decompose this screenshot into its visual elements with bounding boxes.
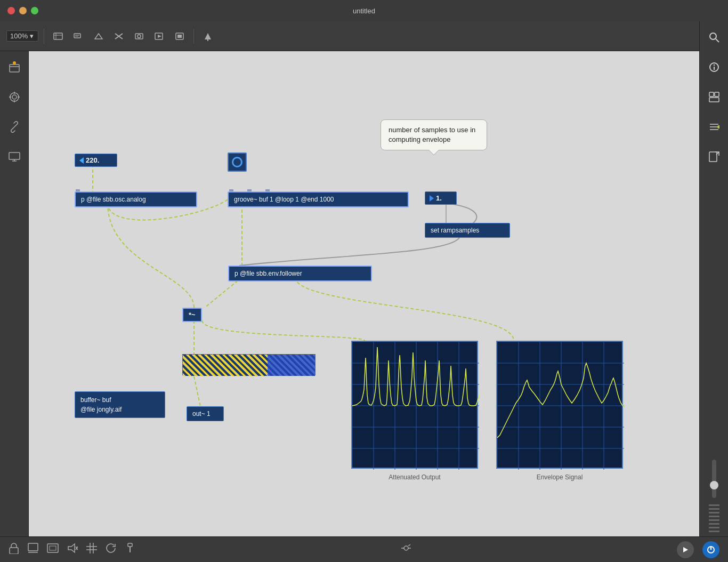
svg-line-95 <box>408 544 410 546</box>
svg-rect-0 <box>54 33 62 39</box>
layout-icon[interactable] <box>705 87 724 107</box>
buffer-label: buffer~ buf@file jongly.aif <box>80 396 122 413</box>
attenuated-output-waveform <box>352 342 479 470</box>
lock-icon[interactable] <box>9 542 19 557</box>
mute-bottom-icon[interactable] <box>67 543 78 556</box>
minimize-button[interactable] <box>19 7 27 14</box>
window-controls[interactable] <box>7 7 38 14</box>
toggle-object[interactable] <box>228 152 247 172</box>
svg-rect-14 <box>177 35 182 38</box>
hammer-icon[interactable] <box>125 543 135 556</box>
set-rampsamples-label: set rampsamples <box>431 227 479 234</box>
svg-point-75 <box>717 125 719 129</box>
delete-tool-button[interactable] <box>110 28 127 45</box>
comment-tool-button[interactable] <box>70 28 87 45</box>
object-tool-button[interactable] <box>90 28 107 45</box>
refresh-bottom-icon[interactable] <box>106 543 116 556</box>
select-tool-icon <box>53 33 63 40</box>
svg-point-20 <box>10 93 19 101</box>
window-title: untitled <box>353 7 375 15</box>
close-button[interactable] <box>7 7 15 14</box>
target-icon[interactable] <box>5 87 24 107</box>
volume-slider-track[interactable] <box>712 460 716 498</box>
svg-point-19 <box>13 61 16 65</box>
list-icon[interactable] <box>705 117 724 137</box>
p-osc-analog-label: p @file sbb.osc.analog <box>81 196 146 203</box>
record-button[interactable] <box>131 28 148 45</box>
export-icon[interactable] <box>705 147 724 166</box>
svg-marker-96 <box>683 547 688 552</box>
search-icon[interactable] <box>705 28 724 47</box>
svg-point-10 <box>137 35 141 38</box>
maximize-button[interactable] <box>31 7 38 14</box>
svg-rect-82 <box>50 546 56 550</box>
cursor-bottom-icon[interactable] <box>28 543 38 556</box>
svg-point-64 <box>710 33 716 39</box>
p-env-follower-object[interactable]: p @file sbb.env.follower <box>228 266 372 282</box>
p-osc-analog-object[interactable]: p @file sbb.osc.analog <box>75 191 197 207</box>
bottom-toolbar <box>0 536 728 562</box>
svg-marker-15 <box>205 33 211 39</box>
number-box-220[interactable]: 220. <box>75 154 117 167</box>
patch-canvas[interactable]: number of samples to use in computing en… <box>29 51 699 536</box>
groove-object[interactable]: groove~ buf 1 @loop 1 @end 1000 <box>228 191 409 207</box>
attenuated-output-label: Attenuated Output <box>351 473 478 481</box>
info-icon[interactable] <box>705 58 724 77</box>
svg-rect-17 <box>10 65 19 72</box>
connect-icon[interactable] <box>400 543 412 556</box>
svg-rect-69 <box>709 92 714 97</box>
svg-point-93 <box>404 546 408 550</box>
toggle-circle-icon <box>232 157 242 167</box>
out-tilde-label: out~ 1 <box>192 410 211 418</box>
titlebar: untitled <box>0 0 728 21</box>
stop-button[interactable] <box>171 28 188 45</box>
buffer-object[interactable]: buffer~ buf@file jongly.aif <box>75 391 165 418</box>
set-rampsamples-object[interactable]: set rampsamples <box>425 223 510 238</box>
grid-bottom-icon[interactable] <box>86 543 97 556</box>
play-bottom-button[interactable] <box>677 541 694 558</box>
volume-ticks <box>709 504 719 532</box>
svg-point-68 <box>713 65 714 66</box>
svg-rect-3 <box>74 34 80 38</box>
package-icon[interactable] <box>5 58 24 77</box>
svg-marker-12 <box>158 35 161 38</box>
slider-blue-segment <box>268 355 315 376</box>
stop-icon <box>175 33 184 40</box>
tooltip-bubble: number of samples to use in computing en… <box>381 119 487 150</box>
volume-slider-thumb[interactable] <box>710 481 718 489</box>
tooltip-text: number of samples to use in computing en… <box>389 126 475 143</box>
fill-tool-button[interactable] <box>199 28 216 45</box>
play-toolbar-button[interactable] <box>151 28 168 45</box>
svg-marker-6 <box>95 34 102 39</box>
number-value-220: 220. <box>86 156 99 164</box>
link-sidebar-icon[interactable] <box>5 117 24 137</box>
svg-marker-83 <box>68 544 75 552</box>
svg-line-65 <box>716 39 719 42</box>
number-box-1[interactable]: 1. <box>425 191 457 205</box>
monitor-icon[interactable] <box>5 147 24 166</box>
zoom-control[interactable]: 100% ▾ <box>6 30 38 42</box>
svg-line-32 <box>205 277 242 308</box>
svg-line-34 <box>194 376 200 406</box>
svg-rect-76 <box>709 152 717 162</box>
svg-rect-81 <box>47 544 58 552</box>
toolbar-separator-2 <box>193 29 194 44</box>
select-tool-button[interactable] <box>50 28 67 45</box>
svg-rect-79 <box>28 543 38 551</box>
out-tilde-object[interactable]: out~ 1 <box>187 406 224 421</box>
fill-tool-icon <box>203 31 213 41</box>
zoom-value: 100% <box>10 32 28 40</box>
window-bottom-icon[interactable] <box>47 543 59 556</box>
number-arrow-right-icon <box>430 195 434 202</box>
comment-tool-icon <box>74 33 83 40</box>
left-sidebar <box>0 51 29 536</box>
svg-rect-78 <box>10 548 18 554</box>
volume-control[interactable] <box>699 451 728 536</box>
svg-rect-70 <box>715 92 719 97</box>
attenuated-output-scope[interactable] <box>351 341 478 469</box>
power-button[interactable] <box>702 541 719 558</box>
delete-tool-icon <box>114 33 124 40</box>
multiply-tilde-object[interactable]: *~ <box>182 308 202 322</box>
envelope-signal-scope[interactable] <box>496 341 623 469</box>
slider-vu-object[interactable] <box>182 354 316 375</box>
